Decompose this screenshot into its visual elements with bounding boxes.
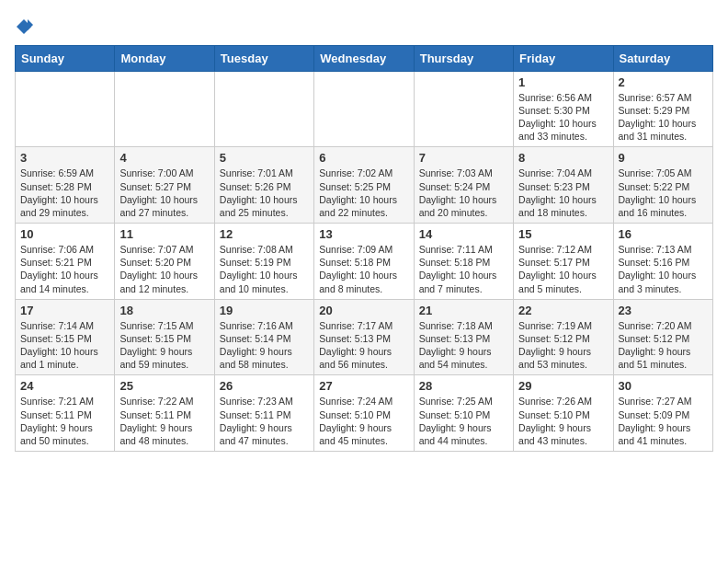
day-info: Sunrise: 7:15 AM xyxy=(119,319,209,332)
day-info: Daylight: 10 hours and 5 minutes. xyxy=(518,269,608,294)
day-number: 21 xyxy=(419,304,508,317)
day-info: Sunrise: 7:04 AM xyxy=(518,167,608,179)
day-info: Sunrise: 7:27 AM xyxy=(619,395,708,408)
day-number: 3 xyxy=(20,151,109,165)
day-info: Daylight: 10 hours and 31 minutes. xyxy=(619,117,708,143)
calendar-cell xyxy=(214,71,313,147)
calendar-table: SundayMondayTuesdayWednesdayThursdayFrid… xyxy=(15,45,713,452)
day-info: Daylight: 9 hours and 56 minutes. xyxy=(319,345,408,371)
day-info: Daylight: 10 hours and 18 minutes. xyxy=(518,193,608,219)
calendar-cell: 30Sunrise: 7:27 AMSunset: 5:09 PMDayligh… xyxy=(613,375,712,452)
day-info: Sunrise: 7:19 AM xyxy=(518,319,608,332)
calendar-cell: 16Sunrise: 7:13 AMSunset: 5:16 PMDayligh… xyxy=(613,224,712,300)
day-info: Sunset: 5:10 PM xyxy=(518,408,608,421)
day-info: Daylight: 10 hours and 27 minutes. xyxy=(119,193,209,219)
day-number: 7 xyxy=(419,151,508,165)
day-info: Sunset: 5:17 PM xyxy=(518,256,608,269)
day-info: Sunrise: 6:56 AM xyxy=(518,91,608,104)
calendar-cell: 6Sunrise: 7:02 AMSunset: 5:25 PMDaylight… xyxy=(314,147,414,224)
day-info: Sunset: 5:16 PM xyxy=(619,256,708,269)
day-info: Sunrise: 7:08 AM xyxy=(220,243,309,256)
day-number: 2 xyxy=(619,75,708,89)
day-number: 19 xyxy=(220,304,309,317)
calendar-cell xyxy=(16,71,115,147)
day-info: Daylight: 10 hours and 8 minutes. xyxy=(319,269,408,294)
day-info: Sunset: 5:18 PM xyxy=(319,256,408,269)
calendar-cell: 17Sunrise: 7:14 AMSunset: 5:15 PMDayligh… xyxy=(16,299,115,375)
day-info: Sunset: 5:23 PM xyxy=(518,180,608,193)
day-info: Sunrise: 7:02 AM xyxy=(319,167,408,179)
calendar-cell: 7Sunrise: 7:03 AMSunset: 5:24 PMDaylight… xyxy=(414,147,513,224)
weekday-header-sunday: Sunday xyxy=(16,45,115,71)
calendar-cell: 27Sunrise: 7:24 AMSunset: 5:10 PMDayligh… xyxy=(314,375,414,452)
day-number: 9 xyxy=(619,151,708,165)
day-number: 16 xyxy=(619,227,708,241)
calendar-cell: 11Sunrise: 7:07 AMSunset: 5:20 PMDayligh… xyxy=(115,224,214,300)
calendar-cell: 5Sunrise: 7:01 AMSunset: 5:26 PMDaylight… xyxy=(214,147,313,224)
calendar-cell: 25Sunrise: 7:22 AMSunset: 5:11 PMDayligh… xyxy=(115,375,214,452)
day-number: 8 xyxy=(518,151,608,165)
day-info: Sunset: 5:11 PM xyxy=(119,408,209,421)
day-info: Daylight: 9 hours and 51 minutes. xyxy=(619,345,708,371)
day-info: Sunrise: 7:03 AM xyxy=(419,167,508,179)
day-info: Daylight: 10 hours and 7 minutes. xyxy=(419,269,508,294)
calendar-cell: 8Sunrise: 7:04 AMSunset: 5:23 PMDaylight… xyxy=(514,147,613,224)
day-info: Daylight: 9 hours and 54 minutes. xyxy=(419,345,508,371)
day-number: 6 xyxy=(319,151,408,165)
day-info: Sunrise: 7:20 AM xyxy=(619,319,708,332)
day-info: Sunrise: 6:59 AM xyxy=(20,167,109,179)
day-number: 10 xyxy=(20,227,109,241)
calendar-cell xyxy=(314,71,414,147)
day-info: Sunrise: 7:23 AM xyxy=(220,395,309,408)
day-info: Sunset: 5:27 PM xyxy=(119,180,209,193)
day-info: Sunset: 5:29 PM xyxy=(619,104,708,117)
day-info: Daylight: 9 hours and 45 minutes. xyxy=(319,421,408,447)
day-number: 1 xyxy=(518,75,608,89)
day-info: Sunset: 5:30 PM xyxy=(518,104,608,117)
calendar-cell: 19Sunrise: 7:16 AMSunset: 5:14 PMDayligh… xyxy=(214,299,313,375)
calendar-cell: 13Sunrise: 7:09 AMSunset: 5:18 PMDayligh… xyxy=(314,224,414,300)
calendar-cell: 10Sunrise: 7:06 AMSunset: 5:21 PMDayligh… xyxy=(16,224,115,300)
weekday-header-tuesday: Tuesday xyxy=(214,45,313,71)
day-info: Sunrise: 7:25 AM xyxy=(419,395,508,408)
calendar-cell: 18Sunrise: 7:15 AMSunset: 5:15 PMDayligh… xyxy=(115,299,214,375)
calendar-cell: 4Sunrise: 7:00 AMSunset: 5:27 PMDaylight… xyxy=(115,147,214,224)
day-info: Daylight: 10 hours and 20 minutes. xyxy=(419,193,508,219)
day-info: Sunset: 5:15 PM xyxy=(20,332,109,345)
day-info: Sunrise: 7:24 AM xyxy=(319,395,408,408)
day-info: Daylight: 9 hours and 53 minutes. xyxy=(518,345,608,371)
day-info: Sunrise: 7:01 AM xyxy=(220,167,309,179)
weekday-header-friday: Friday xyxy=(514,45,613,71)
day-info: Daylight: 10 hours and 29 minutes. xyxy=(20,193,109,219)
calendar-cell: 23Sunrise: 7:20 AMSunset: 5:12 PMDayligh… xyxy=(613,299,712,375)
day-info: Daylight: 9 hours and 48 minutes. xyxy=(119,421,209,447)
day-info: Sunset: 5:26 PM xyxy=(220,180,309,193)
day-info: Sunset: 5:22 PM xyxy=(619,180,708,193)
day-number: 22 xyxy=(518,304,608,317)
day-info: Sunrise: 7:22 AM xyxy=(119,395,209,408)
day-info: Daylight: 10 hours and 10 minutes. xyxy=(220,269,309,294)
day-number: 13 xyxy=(319,227,408,241)
day-info: Sunset: 5:21 PM xyxy=(20,256,109,269)
day-info: Sunset: 5:09 PM xyxy=(619,408,708,421)
day-info: Daylight: 10 hours and 16 minutes. xyxy=(619,193,708,219)
day-info: Daylight: 10 hours and 33 minutes. xyxy=(518,117,608,143)
day-info: Daylight: 10 hours and 12 minutes. xyxy=(119,269,209,294)
day-number: 28 xyxy=(419,379,508,393)
day-info: Sunset: 5:24 PM xyxy=(419,180,508,193)
page-header xyxy=(15,15,713,36)
day-info: Sunrise: 7:17 AM xyxy=(319,319,408,332)
day-info: Sunset: 5:11 PM xyxy=(220,408,309,421)
day-info: Sunset: 5:19 PM xyxy=(220,256,309,269)
day-info: Sunset: 5:15 PM xyxy=(119,332,209,345)
calendar-cell: 15Sunrise: 7:12 AMSunset: 5:17 PMDayligh… xyxy=(514,224,613,300)
day-info: Daylight: 10 hours and 3 minutes. xyxy=(619,269,708,294)
day-info: Sunset: 5:20 PM xyxy=(119,256,209,269)
day-number: 20 xyxy=(319,304,408,317)
calendar-cell: 14Sunrise: 7:11 AMSunset: 5:18 PMDayligh… xyxy=(414,224,513,300)
day-info: Sunrise: 7:14 AM xyxy=(20,319,109,332)
day-info: Daylight: 10 hours and 1 minute. xyxy=(20,345,109,371)
day-info: Sunrise: 7:05 AM xyxy=(619,167,708,179)
logo-icon xyxy=(15,17,33,36)
day-number: 24 xyxy=(20,379,109,393)
